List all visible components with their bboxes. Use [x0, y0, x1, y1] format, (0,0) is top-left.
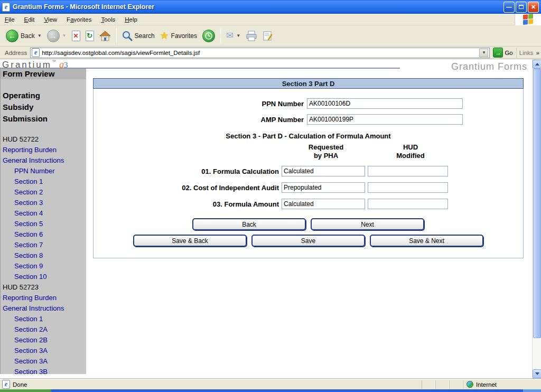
form-panel: Section 3 Part D PPN Number AMP Number S… [93, 78, 524, 258]
sidebar-link-section-8[interactable]: Section 8 [1, 250, 86, 261]
next-nav-button[interactable]: Next [311, 218, 424, 230]
menu-view[interactable]: View [39, 15, 62, 24]
history-icon [202, 30, 215, 42]
formula-amount-requested-input[interactable] [282, 199, 365, 209]
sidebar-link-section-2b[interactable]: Section 2B [1, 335, 86, 346]
sidebar-link-section-3b[interactable]: Section 3B [1, 367, 86, 374]
back-icon: ← [6, 30, 18, 42]
amp-number-input[interactable] [307, 114, 463, 125]
formula-calculation-requested-input[interactable] [282, 166, 365, 176]
page-icon: e [32, 48, 40, 57]
menu-help[interactable]: Help [120, 15, 142, 24]
save-and-back-button[interactable]: Save & Back [133, 235, 247, 247]
back-button[interactable]: ← Back ▼ [3, 28, 44, 44]
sidebar-link-section-3[interactable]: Section 3 [1, 198, 86, 208]
history-button[interactable] [200, 28, 218, 44]
forward-button[interactable]: → ▼ [44, 28, 69, 44]
menu-file[interactable]: File [0, 15, 20, 24]
vertical-scrollbar[interactable] [532, 59, 541, 379]
sidebar-link-general-instructions-2[interactable]: General Instructions [1, 303, 86, 314]
menu-edit[interactable]: Edit [20, 15, 40, 24]
sidebar-link-section-3a-2[interactable]: Section 3A [1, 356, 86, 367]
save-button-row: Save & Back Save Save & Next [94, 235, 523, 247]
stop-button[interactable]: ✕ [69, 29, 83, 43]
sidebar-link-general-instructions[interactable]: General Instructions [1, 155, 86, 166]
mail-dropdown-icon[interactable]: ▼ [236, 33, 240, 38]
favorites-button[interactable]: ★ Favorites [157, 29, 200, 42]
stop-icon: ✕ [72, 31, 80, 41]
status-text: Done [13, 381, 27, 388]
back-dropdown-icon[interactable]: ▼ [38, 33, 42, 38]
sidebar-link-section-1b[interactable]: Section 1 [1, 314, 86, 324]
menu-tools[interactable]: Tools [96, 15, 120, 24]
restore-button[interactable] [516, 2, 527, 13]
minimize-button[interactable]: — [503, 2, 515, 13]
restore-icon [519, 5, 524, 9]
menu-favorites[interactable]: Favorites [62, 15, 96, 24]
sidebar-link-ppn-number[interactable]: PPN Number [1, 166, 86, 176]
mail-icon: ✉ [226, 31, 234, 40]
status-page-icon: e [2, 380, 10, 389]
close-button[interactable]: ✕ [528, 2, 539, 13]
favorites-label: Favorites [171, 32, 197, 40]
logo-g3-3: 3 [64, 61, 68, 69]
address-url[interactable]: http://sagisdev.ostglobal.com/sagis/view… [42, 50, 479, 56]
start-button-edge[interactable] [0, 389, 51, 392]
home-button[interactable] [97, 29, 114, 43]
nav-button-row: Back Next [94, 218, 523, 230]
sidebar-link-reporting-burden-2[interactable]: Reporting Burden [1, 293, 86, 303]
mail-button[interactable]: ✉ ▼ [223, 30, 243, 42]
scroll-down-icon [535, 372, 539, 375]
menu-bar: File Edit View Favorites Tools Help [0, 14, 541, 25]
sidebar-link-section-7[interactable]: Section 7 [1, 240, 86, 250]
sidebar-link-section-6[interactable]: Section 6 [1, 229, 86, 240]
scroll-up-icon [535, 63, 539, 66]
address-dropdown-icon[interactable]: ▼ [479, 49, 488, 57]
edit-button[interactable] [260, 29, 276, 43]
scroll-down-button[interactable] [533, 369, 541, 378]
sidebar-link-section-2[interactable]: Section 2 [1, 187, 86, 198]
sidebar-link-section-3a[interactable]: Section 3A [1, 346, 86, 356]
trademark-symbol: ™ [52, 59, 56, 64]
sidebar-link-section-5[interactable]: Section 5 [1, 219, 86, 229]
sidebar-link-section-9[interactable]: Section 9 [1, 261, 86, 272]
sidebar-link-reporting-burden[interactable]: Reporting Burden [1, 145, 86, 155]
amp-number-row: AMP Number [94, 114, 523, 125]
ppn-number-input[interactable] [307, 98, 463, 109]
save-and-next-button[interactable]: Save & Next [370, 235, 483, 247]
scroll-up-button[interactable] [533, 60, 541, 69]
edit-icon [263, 31, 273, 41]
status-pane [435, 380, 449, 389]
formula-calculation-hud-input[interactable] [368, 166, 448, 176]
site-logo-bar: Grantium™g3 [0, 59, 400, 69]
cost-of-audit-requested-input[interactable] [282, 182, 365, 193]
address-label: Address [2, 50, 30, 56]
print-button[interactable] [243, 29, 260, 43]
go-button[interactable]: → Go [490, 48, 516, 58]
formula-amount-hud-input[interactable] [368, 199, 448, 209]
search-button[interactable]: Search [119, 29, 157, 43]
status-pane [449, 380, 463, 389]
zone-label: Internet [476, 381, 497, 388]
save-button[interactable]: Save [251, 235, 365, 247]
sidebar-link-section-1[interactable]: Section 1 [1, 176, 86, 187]
sidebar-link-section-10[interactable]: Section 10 [1, 272, 86, 282]
page-title: Grantium Forms [451, 61, 527, 72]
scrollbar-thumb[interactable] [533, 69, 541, 338]
system-tray-edge [523, 389, 541, 392]
search-label: Search [135, 32, 155, 40]
windows-taskbar-edge [0, 389, 541, 392]
navigation-sidebar: Form Preview Operating Subsidy Submissio… [0, 69, 86, 374]
toolbar-separator [116, 28, 117, 44]
refresh-button[interactable]: ↻ [83, 29, 97, 43]
internet-globe-icon [467, 381, 473, 388]
sidebar-link-section-4[interactable]: Section 4 [1, 208, 86, 219]
links-toolbar[interactable]: Links [516, 48, 536, 58]
address-field[interactable]: e http://sagisdev.ostglobal.com/sagis/vi… [30, 48, 490, 58]
toolbar-overflow-chevron[interactable]: » [536, 50, 539, 56]
cost-of-audit-hud-input[interactable] [368, 182, 448, 193]
sidebar-link-section-2a[interactable]: Section 2A [1, 324, 86, 335]
back-nav-button[interactable]: Back [192, 218, 306, 230]
address-bar: Address e http://sagisdev.ostglobal.com/… [0, 46, 541, 59]
home-icon [99, 31, 111, 41]
